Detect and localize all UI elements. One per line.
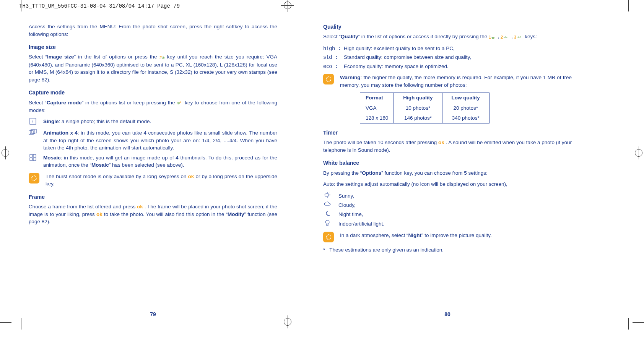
svg-text:2: 2 — [501, 35, 503, 39]
bulb-icon — [323, 220, 332, 228]
svg-line-27 — [329, 193, 330, 193]
crop-mark — [633, 322, 644, 323]
crop-mark — [633, 7, 644, 7]
svg-rect-12 — [30, 158, 33, 161]
heading-timer: Timer — [323, 129, 572, 136]
right-page: Quality Select “Quality” in the list of … — [323, 23, 572, 307]
crop-mark — [21, 318, 21, 330]
registration-mark — [2, 149, 9, 157]
mode-single-text: Single: a single photo; this is the defa… — [43, 118, 277, 127]
capture-mode-paragraph: Select “Capture mode” in the options lis… — [29, 99, 277, 114]
crop-mark — [0, 322, 11, 323]
svg-rect-13 — [33, 158, 36, 161]
wb-cloudy: Cloudy, — [323, 201, 572, 209]
table-row: VGA 10 photos* 20 photos* — [360, 103, 490, 113]
svg-text:def: def — [517, 36, 521, 39]
tip-bulb-icon — [323, 74, 334, 84]
svg-text:1: 1 — [489, 35, 491, 39]
quality-eco-text: Economy quality: memory space is optimiz… — [344, 63, 572, 70]
page-number-left: 79 — [150, 310, 156, 318]
storage-table: Format High quality Low quality VGA 10 p… — [360, 93, 490, 123]
tip-bulb-icon — [323, 232, 334, 242]
quality-high-line: high : High quality: excellent quality t… — [323, 45, 572, 52]
wb-auto: Auto: the settings adjust automatically … — [323, 180, 572, 188]
svg-line-26 — [329, 196, 330, 197]
key-3-icon: 3def — [514, 33, 523, 41]
warning-text: Warning: the higher the quality, the mor… — [340, 74, 572, 89]
tip-night-text: In a dark atmosphere, select “Night” to … — [340, 232, 572, 239]
heading-image-size: Image size — [29, 43, 277, 51]
star-key-icon: ⦿* — [177, 99, 183, 107]
tip-night: In a dark atmosphere, select “Night” to … — [323, 232, 572, 242]
svg-rect-30 — [327, 224, 328, 226]
quality-std-text: Standard quality: compromise between siz… — [344, 54, 572, 61]
heading-quality: Quality — [323, 23, 572, 31]
svg-rect-11 — [33, 154, 36, 157]
crop-mark — [21, 0, 21, 11]
timer-paragraph: The photo will be taken 10 seconds after… — [323, 139, 572, 154]
svg-text:♀: ♀ — [31, 119, 34, 123]
quality-eco-line: eco : Economy quality: memory space is o… — [323, 63, 572, 70]
wb-sunny: Sunny, — [323, 192, 572, 200]
frame-paragraph: Choose a frame from the list offered and… — [29, 203, 277, 226]
th-format: Format — [360, 93, 394, 103]
svg-text:⦿: ⦿ — [162, 56, 165, 60]
mode-single: ♀ Single: a single photo; this is the de… — [29, 118, 277, 127]
moon-icon — [323, 211, 332, 218]
key-1-icon: 1☎ — [489, 33, 496, 41]
quality-paragraph: Select “Quality” in the list of options … — [323, 33, 572, 41]
svg-point-20 — [326, 193, 329, 196]
registration-mark — [284, 318, 291, 326]
crop-mark — [15, 7, 310, 7]
left-page: Access the settings from the MENU: From … — [29, 23, 277, 307]
mode-mosaic: Mosaic: in this mode, you will get an im… — [29, 154, 277, 169]
footnote: * These estimations are only given as an… — [323, 246, 572, 254]
quality-std-line: std : Standard quality: compromise betwe… — [323, 54, 572, 61]
heading-capture-mode: Capture mode — [29, 89, 277, 96]
svg-text:*: * — [179, 101, 181, 105]
mode-animation-text: Animation x 4: in this mode, you can tak… — [43, 129, 277, 152]
wb-night: Night time, — [323, 211, 572, 218]
crop-mark — [628, 318, 629, 330]
wb-intro: By pressing the “Options” function key, … — [323, 169, 572, 177]
print-slug: TH3_TTTO_UM_556FCC-31-08-04 31/08/04 14:… — [19, 3, 180, 9]
th-high: High quality — [394, 93, 442, 103]
wb-indoor: Indoor/artificial light. — [323, 220, 572, 228]
tip-burst: The burst shoot mode is only available b… — [29, 173, 277, 188]
svg-text:☎: ☎ — [491, 36, 495, 39]
animation-icon — [29, 129, 37, 152]
registration-mark — [635, 149, 642, 157]
image-size-paragraph: Select “Image size” in the list of optio… — [29, 53, 277, 83]
warning-row: Warning: the higher the quality, the mor… — [323, 74, 572, 89]
mode-animation: Animation x 4: in this mode, you can tak… — [29, 129, 277, 152]
svg-line-28 — [325, 196, 326, 197]
quality-std-label: std : — [323, 54, 341, 61]
sun-icon — [323, 192, 332, 200]
svg-text:3: 3 — [514, 35, 516, 39]
tip-bulb-icon — [29, 173, 39, 183]
crop-mark — [628, 0, 629, 11]
svg-line-25 — [325, 193, 326, 193]
intro-paragraph: Access the settings from the MENU: From … — [29, 23, 277, 38]
tip-burst-text: The burst shoot mode is only available b… — [46, 173, 277, 188]
registration-mark — [284, 2, 291, 9]
page-number-right: 80 — [444, 310, 450, 318]
heading-frame: Frame — [29, 193, 277, 201]
cloud-icon — [323, 201, 332, 209]
svg-rect-10 — [30, 154, 33, 157]
mosaic-icon — [29, 154, 37, 169]
th-low: Low quality — [442, 93, 489, 103]
heading-white-balance: White balance — [323, 159, 572, 167]
quality-eco-label: eco : — [323, 63, 341, 70]
quality-high-label: high : — [323, 45, 341, 52]
hash-key-icon: #⦿ — [159, 54, 165, 61]
mode-mosaic-text: Mosaic: in this mode, you will get an im… — [43, 154, 277, 169]
quality-high-text: High quality: excellent quality to be se… — [344, 45, 572, 52]
page-spread: Access the settings from the MENU: From … — [29, 23, 623, 307]
svg-text:abc: abc — [504, 36, 508, 39]
table-row: 128 x 160 146 photos* 340 photos* — [360, 113, 490, 123]
page: TH3_TTTO_UM_556FCC-31-08-04 31/08/04 14:… — [0, 0, 644, 341]
svg-point-29 — [325, 220, 329, 224]
table-header-row: Format High quality Low quality — [360, 93, 490, 103]
key-2-icon: 2abc — [501, 33, 510, 41]
